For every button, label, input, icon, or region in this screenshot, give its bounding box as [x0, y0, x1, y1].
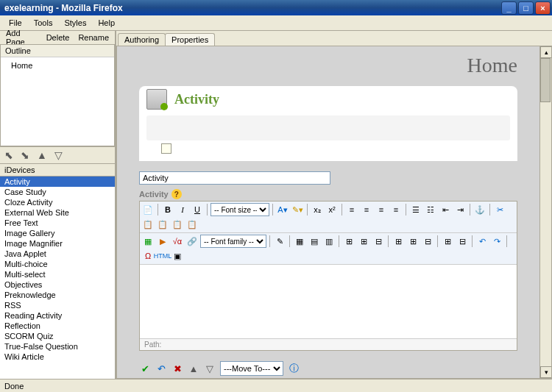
bold-icon[interactable]: B [161, 203, 174, 216]
align-center-icon[interactable]: ≡ [360, 203, 373, 216]
paste-icon[interactable]: 📋 [156, 218, 169, 231]
del-row-icon[interactable]: ⊟ [372, 235, 385, 248]
idevice-external-web-site[interactable]: External Web Site [0, 207, 115, 218]
del-col-icon[interactable]: ⊟ [421, 235, 434, 248]
idevice-activity[interactable]: Activity [0, 177, 115, 187]
minimize-button[interactable]: _ [501, 1, 517, 15]
rename-page-button[interactable]: Rename [75, 32, 112, 43]
menu-help[interactable]: Help [92, 17, 121, 29]
idevice-reading-activity[interactable]: Reading Activity [0, 310, 115, 321]
demote-icon[interactable]: ⬊ [21, 149, 29, 161]
idevice-case-study[interactable]: Case Study [0, 187, 115, 197]
menu-file[interactable]: File [3, 17, 28, 29]
image-icon[interactable]: ▦ [141, 235, 155, 248]
idevice-reflection[interactable]: Reflection [0, 321, 115, 331]
split-icon[interactable]: ⊞ [441, 235, 454, 248]
outline-item-home[interactable]: Home [5, 60, 110, 71]
underline-icon[interactable]: U [191, 203, 204, 216]
italic-icon[interactable]: I [176, 203, 189, 216]
row-after-icon[interactable]: ⊞ [357, 235, 370, 248]
omega-icon[interactable]: Ω [141, 249, 155, 263]
move-down-action-icon[interactable]: ▽ [204, 363, 216, 374]
paste-word-icon[interactable]: 📋 [185, 218, 199, 231]
fullscreen-icon[interactable]: ▣ [171, 249, 184, 263]
idevice-preknowledge[interactable]: Preknowledge [0, 290, 115, 300]
idevice-rss[interactable]: RSS [0, 300, 115, 310]
idevice-free-text[interactable]: Free Text [0, 218, 115, 228]
font-size-select[interactable]: -- Font size -- [210, 203, 269, 216]
outdent-icon[interactable]: ⇤ [439, 203, 452, 216]
align-right-icon[interactable]: ≡ [375, 203, 388, 216]
copy-icon[interactable]: 📋 [141, 218, 155, 231]
close-button[interactable]: × [535, 1, 551, 15]
indent-icon[interactable]: ⇥ [453, 203, 467, 216]
delete-action-icon[interactable]: ✖ [171, 363, 183, 374]
media-icon[interactable]: ▶ [156, 235, 169, 248]
delete-page-button[interactable]: Delete [43, 32, 73, 43]
undo-icon[interactable]: ↶ [475, 235, 489, 248]
subscript-icon[interactable]: x₂ [311, 203, 324, 216]
move-down-icon[interactable]: ▽ [54, 149, 63, 161]
info-icon[interactable]: ⓘ [288, 363, 300, 374]
idevice-java-applet[interactable]: Java Applet [0, 249, 115, 259]
maximize-button[interactable]: □ [518, 1, 534, 15]
anchor-icon[interactable]: ⚓ [473, 203, 486, 216]
superscript-icon[interactable]: x² [325, 203, 339, 216]
idevice-multi-select[interactable]: Multi-select [0, 269, 115, 279]
move-up-action-icon[interactable]: ▲ [188, 363, 199, 374]
move-to-select[interactable]: ---Move To--- [220, 361, 283, 376]
clear-format-icon[interactable]: ✎ [273, 235, 286, 248]
undo-action-icon[interactable]: ↶ [155, 363, 167, 374]
numbered-list-icon[interactable]: ☷ [424, 203, 437, 216]
attach-icon[interactable]: 🔗 [185, 235, 199, 248]
bullet-list-icon[interactable]: ☰ [409, 203, 422, 216]
tab-properties[interactable]: Properties [165, 33, 215, 46]
align-left-icon[interactable]: ≡ [345, 203, 358, 216]
confirm-icon[interactable]: ✔ [139, 363, 151, 374]
idevices-list[interactable]: Activity Case Study Cloze Activity Exter… [0, 177, 115, 379]
redo-icon[interactable]: ↷ [490, 235, 503, 248]
new-doc-icon[interactable]: 📄 [141, 203, 155, 216]
scroll-down-icon[interactable]: ▾ [540, 366, 552, 378]
merge-icon[interactable]: ⊟ [456, 235, 469, 248]
left-sidebar: Add Page Delete Rename Outline Home ⬉ ⬊ … [0, 31, 116, 379]
tab-authoring[interactable]: Authoring [118, 33, 166, 46]
idevice-multi-choice[interactable]: Multi-choice [0, 259, 115, 269]
idevice-actions: ✔ ↶ ✖ ▲ ▽ ---Move To--- ⓘ [139, 361, 517, 376]
editor-body[interactable] [140, 265, 517, 338]
idevice-image-gallery[interactable]: Image Gallery [0, 228, 115, 238]
activity-title-input[interactable] [139, 171, 330, 185]
menu-tools[interactable]: Tools [28, 17, 59, 29]
font-color-icon[interactable]: A▾ [276, 203, 289, 216]
idevice-form: Activity ? 📄 B I U -- Font size -- A▾ [139, 171, 517, 351]
idevice-objectives[interactable]: Objectives [0, 279, 115, 290]
math-icon[interactable]: √α [171, 235, 184, 248]
vertical-scrollbar[interactable]: ▴ ▾ [539, 46, 551, 378]
table-row-icon[interactable]: ▤ [308, 235, 321, 248]
paste-text-icon[interactable]: 📋 [171, 218, 184, 231]
help-icon[interactable]: ? [171, 189, 182, 199]
col-before-icon[interactable]: ⊞ [392, 235, 405, 248]
scroll-up-icon[interactable]: ▴ [540, 46, 552, 58]
idevice-wiki-article[interactable]: Wiki Article [0, 352, 115, 362]
col-after-icon[interactable]: ⊞ [406, 235, 420, 248]
table-col-icon[interactable]: ▥ [322, 235, 336, 248]
cut-icon[interactable]: ✂ [493, 203, 506, 216]
highlight-icon[interactable]: ✎▾ [291, 203, 304, 216]
font-family-select[interactable]: -- Font family -- [200, 235, 266, 248]
authoring-content: Home Activity Activity ? 📄 [116, 46, 552, 379]
idevice-scorm-quiz[interactable]: SCORM Quiz [0, 331, 115, 341]
idevice-cloze-activity[interactable]: Cloze Activity [0, 197, 115, 207]
move-up-icon[interactable]: ▲ [37, 149, 47, 161]
edit-icon[interactable] [161, 143, 171, 154]
align-justify-icon[interactable]: ≡ [389, 203, 403, 216]
html-source-icon[interactable]: HTML [156, 249, 169, 263]
row-before-icon[interactable]: ⊞ [342, 235, 355, 248]
menu-styles[interactable]: Styles [58, 17, 92, 29]
table-icon[interactable]: ▦ [293, 235, 306, 248]
idevice-true-false[interactable]: True-False Question [0, 341, 115, 352]
scroll-thumb[interactable] [540, 58, 551, 102]
promote-icon[interactable]: ⬉ [4, 149, 13, 161]
outline-tree[interactable]: Home [1, 57, 114, 146]
idevice-image-magnifier[interactable]: Image Magnifier [0, 238, 115, 249]
